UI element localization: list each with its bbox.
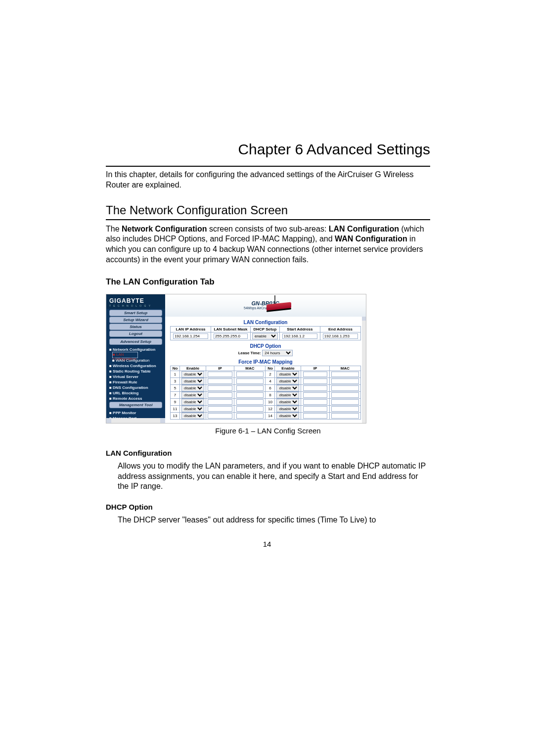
nav-network-config[interactable]: ■ Network Configuration	[109, 347, 162, 352]
figure-caption: Figure 6-1 – LAN Config Screen	[106, 426, 430, 435]
def-lan-config-text: Allows you to modify the LAN parameters,…	[118, 461, 430, 492]
sidebar-h-scrollbar[interactable]	[106, 418, 165, 423]
dhcp-option-title: DHCP Option	[170, 343, 361, 349]
lan-ip-input[interactable]	[173, 333, 208, 339]
nav-static-routing[interactable]: ■ Static Routing Table	[109, 369, 162, 374]
def-lan-config-heading: LAN Configuration	[106, 449, 430, 457]
map-mac-input[interactable]	[236, 372, 264, 377]
force-ip-mac-table: No Enable IP MAC No Enable IP MAC 1disab…	[170, 366, 361, 420]
map-ip-input[interactable]	[208, 378, 232, 384]
map-mac-input[interactable]	[236, 406, 264, 412]
map-no: 6	[266, 384, 275, 391]
map-ip-input[interactable]	[208, 406, 232, 412]
map-enable-select[interactable]: disable	[181, 371, 204, 378]
map-no: 11	[171, 405, 180, 412]
map-ip-input[interactable]	[208, 372, 232, 377]
map-ip-input[interactable]	[208, 413, 232, 419]
map-mac-input[interactable]	[331, 399, 358, 405]
nav-lan-config[interactable]: ■ LAN Configuration	[112, 352, 138, 358]
router-ui-screenshot: GIGABYTE T E C H N O L O G Y Smart Setup…	[106, 294, 366, 424]
map-ip-input[interactable]	[303, 413, 328, 419]
nav-wan-config[interactable]: ■ WAN Configuration	[112, 358, 162, 363]
map-ip-input[interactable]	[208, 385, 232, 391]
map-mac-input[interactable]	[236, 399, 264, 405]
lan-config-title: LAN Configuration	[170, 320, 361, 325]
end-address-input[interactable]	[323, 333, 358, 339]
map-enable-select[interactable]: disable	[276, 399, 299, 405]
map-enable-select[interactable]: disable	[181, 413, 204, 419]
map-mac-input[interactable]	[331, 378, 358, 384]
map-ip-input[interactable]	[303, 378, 328, 384]
lease-time-select[interactable]: 24 hours	[262, 350, 293, 356]
map-enable-select[interactable]: disable	[276, 371, 299, 378]
map-mac-input[interactable]	[236, 385, 264, 391]
map-ip-input[interactable]	[208, 399, 232, 405]
map-mac-input[interactable]	[236, 392, 264, 398]
section-rule	[106, 219, 430, 220]
map-no: 4	[266, 378, 275, 384]
map-ip-input[interactable]	[303, 392, 328, 398]
nav-wireless-config[interactable]: ■ Wireless Configuration	[109, 364, 162, 368]
def-dhcp-option-heading: DHCP Option	[106, 503, 430, 511]
def-dhcp-option-text: The DHCP server "leases" out address for…	[118, 515, 430, 525]
map-enable-select[interactable]: disable	[276, 392, 299, 398]
nav-setup-wizard[interactable]: Setup Wizard	[109, 317, 162, 323]
start-address-input[interactable]	[282, 333, 317, 339]
map-no: 1	[171, 371, 180, 378]
map-no: 2	[266, 371, 275, 378]
content-v-scrollbar[interactable]	[362, 317, 366, 423]
page-number: 14	[0, 540, 534, 548]
map-enable-select[interactable]: disable	[276, 413, 299, 419]
section-title: The Network Configuration Screen	[106, 203, 430, 217]
nav-advanced-setup[interactable]: Advanced Setup	[109, 338, 162, 345]
map-ip-input[interactable]	[303, 385, 328, 391]
nav-ppp-monitor[interactable]: ■ PPP Monitor	[109, 411, 162, 415]
map-enable-select[interactable]: disable	[181, 385, 204, 391]
nav-remote-access[interactable]: ■ Remote Access	[109, 396, 162, 401]
map-enable-select[interactable]: disable	[276, 378, 299, 384]
nav-smart-setup[interactable]: Smart Setup	[109, 310, 162, 316]
nav-logout[interactable]: Logout	[109, 331, 162, 337]
chapter-intro: In this chapter, details for configuring…	[106, 170, 430, 190]
map-enable-select[interactable]: disable	[181, 392, 204, 398]
map-mac-input[interactable]	[331, 372, 358, 377]
nav-virtual-server[interactable]: ■ Virtual Server	[109, 375, 162, 379]
brand-sub: T E C H N O L O G Y	[109, 304, 162, 307]
brand-name: GIGABYTE	[109, 297, 162, 304]
map-ip-input[interactable]	[303, 372, 328, 377]
force-ip-mac-title: Force IP-MAC Mapping	[170, 359, 361, 365]
map-no: 14	[266, 412, 275, 419]
map-enable-select[interactable]: disable	[276, 385, 299, 391]
map-no: 7	[171, 391, 180, 398]
nav-firewall-rule[interactable]: ■ Firewall Rule	[109, 380, 162, 384]
col-end-address: End Address	[320, 326, 360, 332]
map-enable-select[interactable]: disable	[276, 406, 299, 412]
lease-time-label: Lease Time:	[238, 351, 261, 355]
map-mac-input[interactable]	[236, 413, 264, 419]
lan-mask-input[interactable]	[214, 333, 248, 339]
map-enable-select[interactable]: disable	[181, 406, 204, 412]
col-lan-ip: LAN IP Address	[171, 326, 211, 332]
map-no: 12	[266, 405, 275, 412]
map-ip-input[interactable]	[208, 392, 232, 398]
map-enable-select[interactable]: disable	[181, 378, 204, 384]
map-no: 10	[266, 398, 275, 405]
dhcp-setup-select[interactable]: enable	[252, 333, 278, 339]
router-content: LAN Configuration LAN IP Address LAN Sub…	[165, 317, 366, 423]
nav-dns-config[interactable]: ■ DNS Configuration	[109, 385, 162, 390]
map-mac-input[interactable]	[331, 385, 358, 391]
nav-url-blocking[interactable]: ■ URL Blocking	[109, 391, 162, 395]
nav-management-tool[interactable]: Management Tool	[109, 402, 162, 408]
map-mac-input[interactable]	[331, 413, 358, 419]
map-no: 9	[171, 398, 180, 405]
map-mac-input[interactable]	[331, 406, 358, 412]
map-ip-input[interactable]	[303, 399, 328, 405]
map-ip-input[interactable]	[303, 406, 328, 412]
map-enable-select[interactable]: disable	[181, 399, 204, 405]
nav-status[interactable]: Status	[109, 324, 162, 330]
map-no: 5	[171, 384, 180, 391]
map-mac-input[interactable]	[236, 378, 264, 384]
map-mac-input[interactable]	[331, 392, 358, 398]
section-paragraph: The Network Configuration screen consist…	[106, 224, 430, 265]
nav-tree: ■ Network Configuration ■ LAN Configurat…	[106, 345, 165, 401]
